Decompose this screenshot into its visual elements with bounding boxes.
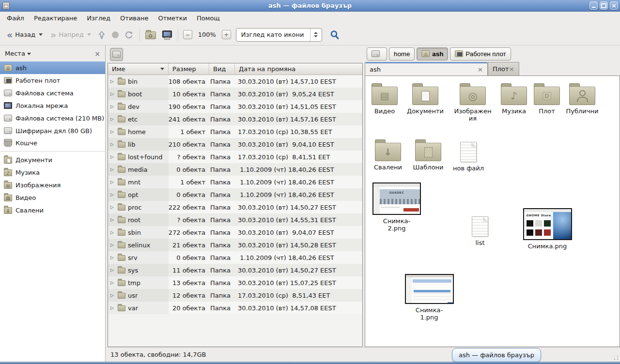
expander-icon[interactable] <box>110 180 115 184</box>
sidebar-mode-select[interactable]: Места <box>5 50 31 57</box>
sidebar-item[interactable]: Видео <box>0 191 105 204</box>
menu-item[interactable]: Редактиране <box>29 12 82 24</box>
breadcrumb-button[interactable]: Работен плот <box>450 47 511 61</box>
table-row[interactable]: lib 210 обекта Папка 30.03.2010 (вт) 9,0… <box>108 138 362 151</box>
back-dropdown-icon[interactable] <box>39 33 43 36</box>
icon-view-item[interactable]: нов файл <box>447 140 490 172</box>
expander-icon[interactable] <box>110 154 115 159</box>
icon-view-item[interactable]: Снимка-1.png <box>408 274 450 321</box>
expander-icon[interactable] <box>110 205 115 210</box>
table-row[interactable]: boot 10 обекта Папка 30.03.2010 (вт) 9,0… <box>108 88 362 100</box>
expander-icon[interactable] <box>110 79 115 84</box>
icon-view-item[interactable]: GUADEC Снимка-2.png <box>375 182 418 232</box>
table-row[interactable]: media 0 обекта Папка 1.10.2009 (чт) 18,4… <box>108 163 362 176</box>
menu-item[interactable]: Файл <box>2 12 29 24</box>
minimize-button[interactable] <box>589 1 598 10</box>
expander-icon[interactable] <box>110 268 115 273</box>
breadcrumb-button[interactable]: ash <box>417 47 448 61</box>
sidebar-item[interactable]: Музика <box>0 166 105 179</box>
close-button[interactable]: × <box>610 1 618 10</box>
menu-item[interactable]: Отиване <box>115 12 153 24</box>
taskbar-window-button[interactable]: ash — файлов браузър <box>452 348 541 362</box>
table-row[interactable]: var 20 обекта Папка 30.03.2010 (вт) 14,5… <box>108 302 362 314</box>
home-button[interactable] <box>145 29 156 41</box>
expander-icon[interactable] <box>110 167 115 172</box>
sidebar-item[interactable]: Шифриран дял (80 GB) <box>0 124 105 137</box>
expander-icon[interactable] <box>110 104 115 109</box>
icon-view-item[interactable]: Изображения <box>451 83 494 122</box>
column-header-name[interactable]: Име <box>108 63 169 75</box>
reload-button[interactable] <box>123 29 135 41</box>
expander-icon[interactable] <box>110 129 115 134</box>
table-row[interactable]: dev 190 обекта Папка 30.03.2010 (вт) 14,… <box>108 100 362 113</box>
sidebar-item[interactable]: ash <box>0 61 105 74</box>
icon-view-item[interactable]: list <box>459 214 501 246</box>
expander-icon[interactable] <box>110 243 115 247</box>
forward-button[interactable]: » Напред <box>47 29 94 40</box>
sidebar-item[interactable]: Файлова система <box>0 87 105 99</box>
expander-icon[interactable] <box>110 293 115 298</box>
icon-view-item[interactable]: Видео <box>365 83 406 115</box>
table-row[interactable]: tmp 13 обекта Папка 30.03.2010 (вт) 15,0… <box>108 276 362 289</box>
table-row[interactable]: bin 108 обекта Папка 30.03.2010 (вт) 14,… <box>108 75 362 88</box>
table-row[interactable]: etc 241 обекта Папка 30.03.2010 (вт) 14,… <box>108 113 362 125</box>
menu-item[interactable]: Изглед <box>82 12 115 24</box>
expander-icon[interactable] <box>110 192 115 197</box>
icon-view-item[interactable]: Свалени <box>367 139 409 171</box>
maximize-button[interactable] <box>600 1 608 10</box>
close-tab-icon[interactable] <box>478 66 483 73</box>
filesystem-location-button[interactable] <box>110 48 123 61</box>
stop-button[interactable] <box>109 29 121 41</box>
sidebar-item[interactable]: Свалени <box>0 204 105 216</box>
sidebar-close-icon[interactable]: × <box>94 50 100 58</box>
expander-icon[interactable] <box>110 117 115 121</box>
column-header-date[interactable]: Дата на промяна <box>235 63 362 75</box>
table-row[interactable]: mnt 1 обект Папка 1.10.2009 (чт) 18,40,2… <box>108 176 362 188</box>
expander-icon[interactable] <box>110 255 115 260</box>
icon-view-item[interactable]: Документи <box>404 83 447 115</box>
resize-grip-icon[interactable] <box>613 355 619 361</box>
sidebar-item[interactable]: Документи <box>0 153 105 166</box>
table-row[interactable]: opt 0 обекта Папка 1.10.2009 (чт) 18,40,… <box>108 188 362 201</box>
sidebar-item[interactable]: Изображения <box>0 179 105 191</box>
expander-icon[interactable] <box>110 230 115 235</box>
expander-icon[interactable] <box>110 91 115 96</box>
sidebar-item[interactable]: Кошче <box>0 137 105 152</box>
back-button[interactable]: « Назад <box>4 29 46 40</box>
tab[interactable]: ash <box>365 62 488 76</box>
sidebar-item[interactable]: Локална мрежа <box>0 99 105 112</box>
menu-item[interactable]: Помощ <box>192 12 225 24</box>
icon-view-item[interactable]: Шаблони <box>407 139 450 171</box>
icon-view-item[interactable]: GNOME Store Снимка.png <box>526 208 569 250</box>
sidebar-item[interactable]: Файлова система (210 MB) <box>0 112 105 124</box>
up-button[interactable] <box>96 29 108 41</box>
view-mode-select[interactable]: Изглед като икони <box>236 28 322 42</box>
expander-icon[interactable] <box>110 305 115 310</box>
zoom-in-button[interactable]: + <box>222 30 231 39</box>
table-row[interactable]: usr 12 обекта Папка 17.03.2010 (ср) 8,51… <box>108 289 362 302</box>
breadcrumb-button[interactable] <box>367 47 387 61</box>
table-row[interactable]: proc 222 обекта Папка 30.03.2010 (вт) 14… <box>108 201 362 213</box>
breadcrumb-button[interactable]: home <box>389 47 415 61</box>
table-row[interactable]: sys 11 обекта Папка 30.03.2010 (вт) 14,5… <box>108 264 362 276</box>
expander-icon[interactable] <box>110 217 115 222</box>
menu-item[interactable]: Отметки <box>153 12 191 24</box>
search-button[interactable] <box>329 29 341 41</box>
icon-view-item[interactable]: Публични <box>561 83 604 115</box>
sidebar-item[interactable]: Работен плот <box>0 74 105 87</box>
zoom-out-button[interactable]: − <box>183 30 192 39</box>
close-tab-icon[interactable] <box>509 65 514 73</box>
table-row[interactable]: selinux 21 обекта Папка 30.03.2010 (вт) … <box>108 239 362 251</box>
column-header-type[interactable]: Вид <box>209 63 235 75</box>
computer-button[interactable] <box>161 29 173 41</box>
tab[interactable]: Плот <box>488 62 519 76</box>
table-row[interactable]: lost+found ? обекта Папка 17.03.2010 (ср… <box>108 151 362 163</box>
table-row[interactable]: home 1 обект Папка 17.03.2010 (ср) 10,38… <box>108 125 362 138</box>
table-row[interactable]: sbin 272 обекта Папка 30.03.2010 (вт) 9,… <box>108 226 362 239</box>
expander-icon[interactable] <box>110 280 115 285</box>
table-row[interactable]: root ? обекта Папка 30.03.2010 (вт) 14,5… <box>108 213 362 226</box>
column-header-size[interactable]: Размер <box>169 63 209 75</box>
cell-type: Папка <box>209 88 235 100</box>
table-row[interactable]: srv 0 обекта Папка 1.10.2009 (чт) 18,40,… <box>108 251 362 264</box>
expander-icon[interactable] <box>110 142 115 147</box>
